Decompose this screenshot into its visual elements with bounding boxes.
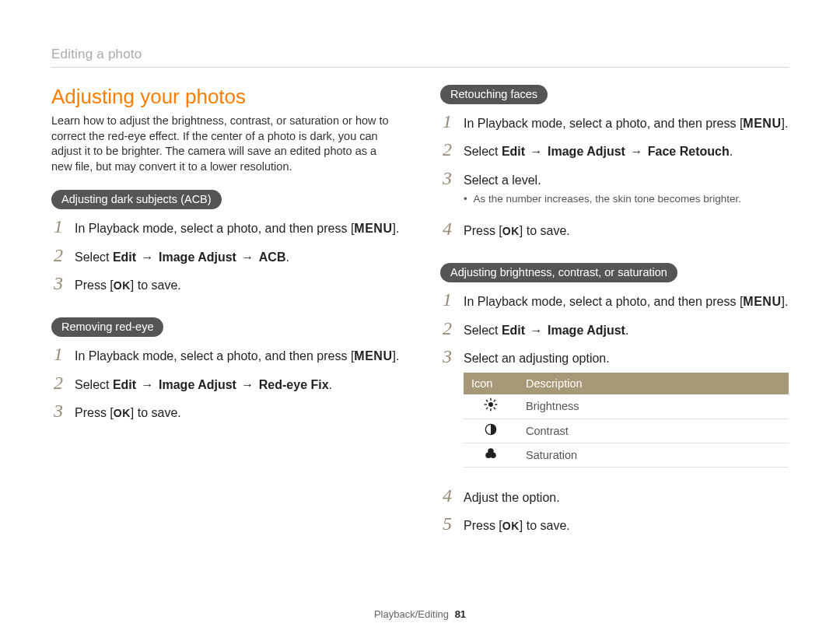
svg-point-0 [488, 402, 493, 407]
th-icon: Icon [464, 373, 518, 394]
text: In Playback mode, select a photo, and th… [464, 295, 743, 308]
step-number: 2 [51, 373, 65, 392]
step-acb-3: 3 Press [OK] to save. [51, 274, 400, 294]
step-text: In Playback mode, select a photo, and th… [75, 348, 400, 365]
menu-label: MENU [743, 117, 781, 130]
text: Select [75, 250, 113, 264]
text: Select a level. [464, 173, 541, 187]
page: Editing a photo Adjusting your photos Le… [0, 0, 840, 574]
path-edit: Edit [502, 324, 525, 337]
text: In Playback mode, select a photo, and th… [75, 349, 354, 363]
step-text: Select Edit → Image Adjust. [464, 322, 789, 339]
path-edit: Edit [113, 378, 136, 391]
step-bcs-4: 4 Adjust the option. [440, 486, 789, 506]
step-retouch-3: 3 Select a level. As the number increase… [440, 169, 789, 212]
ok-icon: OK [114, 406, 131, 422]
step-number: 2 [440, 140, 454, 159]
text: Press [ [464, 224, 502, 237]
svg-line-7 [486, 408, 488, 409]
step-text: Select an adjusting option. Icon Descrip… [464, 350, 789, 478]
step-text: Adjust the option. [464, 489, 789, 506]
table-header-row: Icon Description [464, 373, 789, 394]
text: ]. [781, 295, 788, 308]
path-image-adjust: Image Adjust [548, 324, 625, 337]
step-number: 1 [440, 290, 454, 309]
step-text: In Playback mode, select a photo, and th… [75, 220, 400, 237]
saturation-icon [484, 447, 498, 464]
right-column: Retouching faces 1 In Playback mode, sel… [440, 85, 789, 551]
step-acb-2: 2 Select Edit → Image Adjust → ACB. [51, 246, 400, 266]
step-redeye-1: 1 In Playback mode, select a photo, and … [51, 345, 400, 365]
path-image-adjust: Image Adjust [159, 250, 236, 264]
svg-line-6 [494, 408, 495, 409]
text: Select [464, 145, 502, 158]
path-image-adjust: Image Adjust [548, 145, 625, 158]
text: Select [464, 324, 502, 337]
arrow-icon: → [525, 145, 548, 158]
steps-retouch: 1 In Playback mode, select a photo, and … [440, 112, 789, 240]
step-text: Select Edit → Image Adjust → Face Retouc… [464, 143, 789, 160]
page-heading: Adjusting your photos [51, 85, 400, 109]
step-text: Press [OK] to save. [464, 222, 789, 240]
step-redeye-3: 3 Press [OK] to save. [51, 401, 400, 422]
text: Press [ [75, 278, 114, 292]
text: In Playback mode, select a photo, and th… [464, 117, 743, 130]
menu-label: MENU [354, 349, 392, 363]
bullet-item: As the number increases, the skin tone b… [464, 192, 789, 207]
step-retouch-4: 4 Press [OK] to save. [440, 219, 789, 240]
sub-bullets: As the number increases, the skin tone b… [464, 192, 789, 207]
menu-label: MENU [354, 222, 392, 235]
step-number: 2 [440, 319, 454, 338]
section-title-retouch: Retouching faces [440, 85, 548, 104]
page-footer: Playback/Editing 81 [0, 608, 840, 620]
text: ]. [781, 117, 788, 130]
cell-icon [464, 394, 518, 419]
arrow-icon: → [625, 145, 648, 158]
step-number: 3 [51, 274, 65, 292]
path-redeye: Red-eye Fix [259, 378, 329, 391]
cell-icon [464, 443, 518, 468]
contrast-icon [485, 423, 497, 440]
text: . [625, 324, 628, 337]
arrow-icon: → [525, 324, 548, 337]
step-retouch-2: 2 Select Edit → Image Adjust → Face Reto… [440, 140, 789, 160]
steps-redeye: 1 In Playback mode, select a photo, and … [51, 345, 400, 422]
section-title-redeye: Removing red-eye [51, 317, 163, 337]
table-row: Saturation [464, 443, 789, 468]
text: Select [75, 378, 113, 391]
path-edit: Edit [113, 250, 136, 264]
left-column: Adjusting your photos Learn how to adjus… [51, 85, 400, 551]
section-title-acb: Adjusting dark subjects (ACB) [51, 190, 222, 209]
steps-bcs: 1 In Playback mode, select a photo, and … [440, 290, 789, 534]
step-number: 4 [440, 486, 454, 505]
svg-line-8 [494, 400, 495, 401]
step-text: Press [OK] to save. [464, 517, 789, 534]
text: ] to save. [520, 224, 570, 237]
cell-desc: Contrast [518, 419, 789, 443]
cell-desc: Saturation [518, 443, 789, 468]
step-number: 5 [440, 514, 454, 533]
step-number: 1 [51, 217, 65, 236]
svg-line-5 [486, 400, 488, 401]
text: Press [ [464, 519, 502, 532]
ok-icon: OK [502, 224, 520, 240]
footer-page-number: 81 [455, 608, 466, 620]
step-acb-1: 1 In Playback mode, select a photo, and … [51, 217, 400, 237]
ok-icon: OK [114, 278, 131, 294]
path-acb: ACB [259, 250, 286, 264]
path-edit: Edit [502, 145, 525, 158]
step-bcs-1: 1 In Playback mode, select a photo, and … [440, 290, 789, 310]
path-image-adjust: Image Adjust [159, 378, 236, 391]
step-number: 4 [440, 219, 454, 238]
text: ]. [392, 349, 399, 363]
arrow-icon: → [236, 250, 259, 264]
step-number: 1 [440, 112, 454, 131]
step-number: 1 [51, 345, 65, 363]
step-retouch-1: 1 In Playback mode, select a photo, and … [440, 112, 789, 132]
arrow-icon: → [236, 378, 259, 391]
table-row: Contrast [464, 419, 789, 443]
step-bcs-2: 2 Select Edit → Image Adjust. [440, 319, 789, 339]
text: Select an adjusting option. [464, 352, 610, 365]
step-text: Press [OK] to save. [75, 405, 400, 422]
steps-acb: 1 In Playback mode, select a photo, and … [51, 217, 400, 294]
